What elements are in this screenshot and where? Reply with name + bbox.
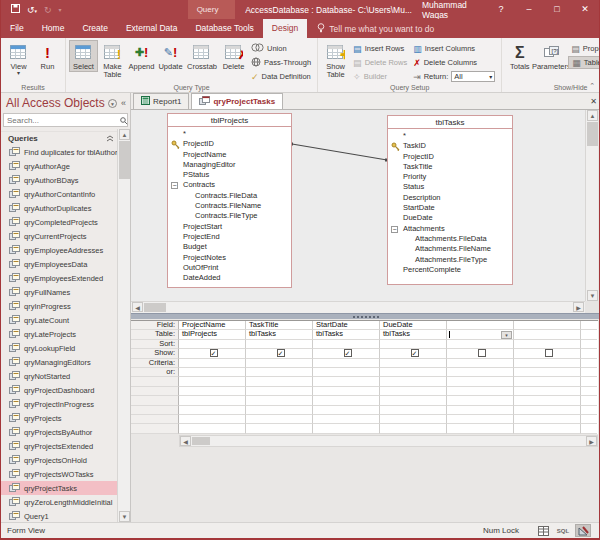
show-checkbox[interactable]: ✓ bbox=[411, 349, 419, 357]
show-checkbox[interactable]: ✓ bbox=[344, 349, 352, 357]
sidebar-item-qryemployeesextended[interactable]: qryEmployeesExtended bbox=[1, 271, 118, 285]
sidebar-item-qrylateprojects[interactable]: qryLateProjects bbox=[1, 327, 118, 341]
grid-cell[interactable] bbox=[514, 406, 581, 415]
grid-cell[interactable] bbox=[447, 368, 514, 377]
grid-cell[interactable] bbox=[447, 415, 514, 424]
menu-tab-external-data[interactable]: External Data bbox=[117, 19, 187, 38]
show-checkbox[interactable]: ✓ bbox=[210, 349, 218, 357]
sidebar-item-qryinprogress[interactable]: qryInProgress bbox=[1, 299, 118, 313]
scrollbar-thumb[interactable] bbox=[192, 437, 210, 445]
grid-cell[interactable]: tblTasks bbox=[380, 330, 447, 339]
field-contracts-filetype[interactable]: Contracts.FileType bbox=[168, 211, 291, 221]
field-outofprint[interactable]: OutOfPrint bbox=[168, 263, 291, 273]
show-checkbox[interactable] bbox=[545, 349, 553, 357]
grid-cell[interactable] bbox=[179, 340, 246, 349]
sidebar-item-find-duplicates-for-tblauthors[interactable]: Find duplicates for tblAuthors bbox=[1, 145, 118, 159]
sidebar-item-qryprojectdashboard[interactable]: qryProjectDashboard bbox=[1, 383, 118, 397]
field-contracts-filename[interactable]: Contracts.FileName bbox=[168, 201, 291, 211]
field-dateadded[interactable]: DateAdded bbox=[168, 273, 291, 283]
navpane-scrollbar[interactable]: ▲ ▼ bbox=[117, 129, 130, 522]
union-button[interactable]: Union bbox=[248, 42, 314, 55]
menu-tab-design[interactable]: Design bbox=[263, 19, 307, 38]
sidebar-item-qryfullnames[interactable]: qryFullNames bbox=[1, 285, 118, 299]
sidebar-item-qryprojectsextended[interactable]: qryProjectsExtended bbox=[1, 439, 118, 453]
grid-cell[interactable] bbox=[380, 396, 447, 405]
grid-cell[interactable] bbox=[514, 359, 581, 368]
help-button[interactable]: ? bbox=[487, 0, 515, 19]
sidebar-item-qryauthorduplicates[interactable]: qryAuthorDuplicates bbox=[1, 201, 118, 215]
grid-cell[interactable] bbox=[581, 359, 597, 368]
field-projectnotes[interactable]: ProjectNotes bbox=[168, 253, 291, 263]
grid-cell[interactable] bbox=[514, 330, 581, 339]
grid-cell[interactable] bbox=[380, 368, 447, 377]
scrollbar-thumb[interactable] bbox=[144, 303, 166, 312]
search-input[interactable] bbox=[4, 116, 120, 125]
grid-cell[interactable]: ✓ bbox=[313, 349, 380, 358]
menu-tab-create[interactable]: Create bbox=[73, 19, 117, 38]
sidebar-item-qrynotstarted[interactable]: qryNotStarted bbox=[1, 369, 118, 383]
grid-cell[interactable] bbox=[447, 424, 514, 433]
menu-tab-file[interactable]: File bbox=[1, 19, 33, 38]
scroll-up-icon[interactable]: ▲ bbox=[119, 129, 130, 140]
grid-cell[interactable] bbox=[246, 377, 313, 386]
grid-cell[interactable] bbox=[581, 387, 597, 396]
grid-cell[interactable] bbox=[514, 321, 581, 330]
grid-cell[interactable] bbox=[581, 349, 597, 358]
save-icon[interactable] bbox=[11, 4, 20, 15]
sidebar-item-query1[interactable]: Query1 bbox=[1, 509, 118, 522]
grid-cell[interactable] bbox=[380, 406, 447, 415]
grid-cell[interactable] bbox=[380, 359, 447, 368]
scroll-right-icon[interactable]: ▶ bbox=[586, 436, 597, 446]
sidebar-item-qryauthorcontantinfo[interactable]: qryAuthorContantInfo bbox=[1, 187, 118, 201]
field-taskid[interactable]: TaskID bbox=[388, 141, 512, 151]
scrollbar-thumb[interactable] bbox=[587, 122, 598, 146]
grid-cell[interactable] bbox=[313, 359, 380, 368]
grid-cell[interactable] bbox=[581, 330, 597, 339]
grid-cell[interactable] bbox=[447, 321, 514, 330]
grid-cell[interactable]: ▾ bbox=[447, 330, 514, 339]
sidebar-item-qrycurrentprojects[interactable]: qryCurrentProjects bbox=[1, 229, 118, 243]
grid-cell[interactable] bbox=[581, 377, 597, 386]
grid-cell[interactable] bbox=[246, 406, 313, 415]
scroll-right-icon[interactable]: ▶ bbox=[573, 302, 584, 312]
delete-columns-button[interactable]: ✗Delete Columns bbox=[410, 56, 498, 69]
show-checkbox[interactable]: ✓ bbox=[277, 349, 285, 357]
grid-cell[interactable]: tblTasks bbox=[313, 330, 380, 339]
grid-cell[interactable] bbox=[246, 396, 313, 405]
grid-cell[interactable] bbox=[447, 387, 514, 396]
grid-cell[interactable] bbox=[313, 424, 380, 433]
scroll-left-icon[interactable]: ◀ bbox=[180, 436, 191, 446]
sidebar-item-qrylookupfield[interactable]: qryLookupField bbox=[1, 341, 118, 355]
cell-dropdown-icon[interactable]: ▾ bbox=[501, 331, 512, 339]
grid-cell[interactable]: StartDate bbox=[313, 321, 380, 330]
show-checkbox[interactable] bbox=[478, 349, 486, 357]
grid-cell[interactable] bbox=[313, 415, 380, 424]
shutter-bar-icon[interactable]: « bbox=[121, 98, 126, 108]
field-contracts[interactable]: −Contracts bbox=[168, 180, 291, 190]
grid-cell[interactable] bbox=[179, 396, 246, 405]
sidebar-item-qryauthorage[interactable]: qryAuthorAge bbox=[1, 159, 118, 173]
field-attachments-filename[interactable]: Attachments.FileName bbox=[388, 244, 512, 254]
maximize-button[interactable]: □ bbox=[543, 0, 571, 19]
navpane-menu-icon[interactable]: ▼ bbox=[108, 99, 117, 108]
field-projectid[interactable]: ProjectID bbox=[168, 139, 291, 149]
sidebar-item-qrycompletedprojects[interactable]: qryCompletedProjects bbox=[1, 215, 118, 229]
grid-cell[interactable] bbox=[246, 359, 313, 368]
pane-splitter[interactable] bbox=[131, 313, 600, 319]
grid-cell[interactable] bbox=[581, 368, 597, 377]
field-attachments-filedata[interactable]: Attachments.FileData bbox=[388, 234, 512, 244]
grid-cell[interactable] bbox=[514, 396, 581, 405]
grid-horizontal-scrollbar[interactable]: ◀ ▶ bbox=[179, 435, 598, 447]
field-attachments-filetype[interactable]: Attachments.FileType bbox=[388, 255, 512, 265]
grid-cell[interactable] bbox=[179, 359, 246, 368]
grid-cell[interactable] bbox=[246, 368, 313, 377]
parameters-button[interactable]: [?]Parameters bbox=[534, 40, 568, 72]
grid-cell[interactable]: ProjectName bbox=[179, 321, 246, 330]
pass-through-button[interactable]: Pass-Through bbox=[248, 56, 314, 69]
grid-cell[interactable] bbox=[514, 424, 581, 433]
grid-cell[interactable] bbox=[380, 387, 447, 396]
grid-cell[interactable]: DueDate bbox=[380, 321, 447, 330]
grid-cell[interactable] bbox=[447, 349, 514, 358]
make-table-button[interactable]: !Make Table bbox=[98, 40, 127, 80]
collapse-attachment-icon[interactable]: − bbox=[171, 182, 178, 189]
